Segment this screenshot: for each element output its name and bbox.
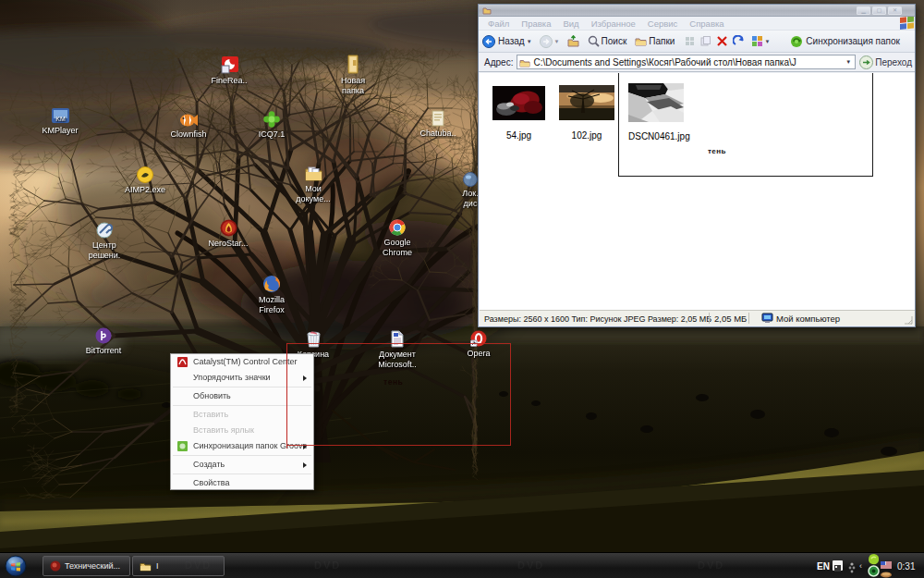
svg-text:KM: KM bbox=[55, 116, 66, 122]
